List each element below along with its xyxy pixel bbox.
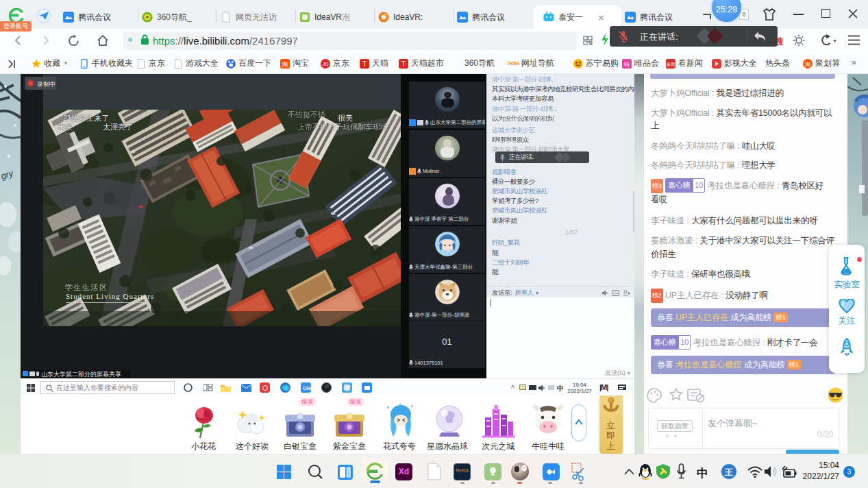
- svg-text:JD: JD: [322, 61, 329, 67]
- svg-text:gry: gry: [0, 167, 15, 181]
- svg-text:淘: 淘: [282, 60, 288, 67]
- svg-text:T: T: [401, 60, 406, 68]
- svg-text:新闻: 新闻: [667, 61, 675, 66]
- svg-text:特: 特: [624, 60, 630, 67]
- svg-text:淘: 淘: [804, 60, 811, 67]
- svg-text:T: T: [362, 60, 367, 68]
